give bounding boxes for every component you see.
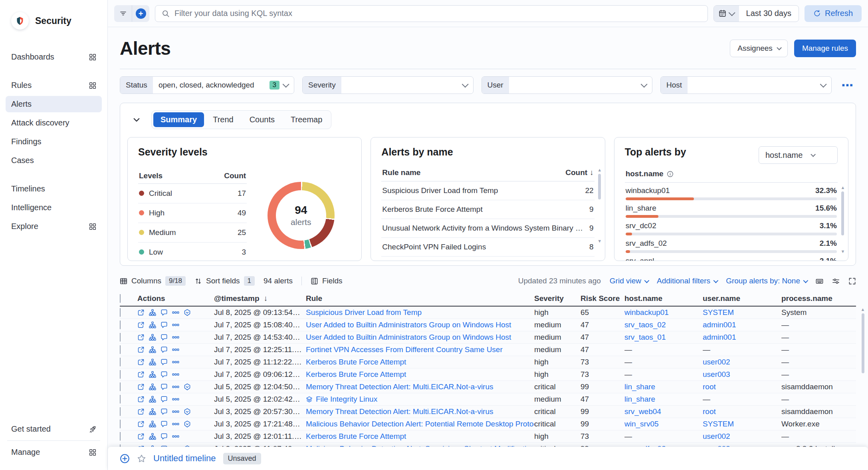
tab-treemap[interactable]: Treemap (283, 112, 329, 127)
alerts-by-name-row[interactable]: Unusual Network Activity from a Windows … (381, 219, 594, 238)
sort-fields-button[interactable]: Sort fields 1 (194, 276, 255, 286)
row-actions[interactable] (137, 420, 214, 428)
timeline-title-link[interactable]: Untitled timeline (153, 453, 216, 464)
filter-severity[interactable]: Severity (302, 76, 474, 94)
row-checkbox[interactable] (120, 407, 121, 416)
sidebar-item-timelines[interactable]: Timelines (6, 181, 102, 197)
kql-search-input[interactable]: Filter your data using KQL syntax (155, 5, 708, 22)
tab-summary[interactable]: Summary (153, 112, 204, 127)
row-actions[interactable] (137, 358, 214, 366)
rule-link[interactable]: Fortinet VPN Accesses From Different Cou… (306, 345, 503, 354)
user-link[interactable]: user002 (703, 358, 730, 366)
columns-button[interactable]: Columns 9/18 (120, 276, 186, 286)
rule-link[interactable]: Kerberos Brute Force Attempt (306, 432, 406, 441)
rule-link[interactable]: Kerberos Brute Force Attempt (306, 358, 406, 366)
rule-name-column-header[interactable]: Rule name (382, 168, 420, 177)
filter-menu-button[interactable] (114, 5, 132, 22)
host-link[interactable]: lin_share (624, 382, 655, 391)
top-alerts-row[interactable]: srv_dc023.1% (625, 218, 838, 235)
filter-status[interactable]: Statusopen, closed, acknowledged3 (120, 76, 294, 94)
row-actions[interactable] (137, 334, 214, 341)
row-actions[interactable] (137, 408, 214, 415)
row-checkbox[interactable] (120, 432, 121, 441)
rule-link[interactable]: User Added to Builtin Administrators Gro… (306, 321, 511, 329)
collapse-summary-button[interactable] (131, 114, 143, 126)
row-actions[interactable] (137, 371, 214, 378)
panel-scrollbar[interactable]: ▲ (840, 185, 846, 253)
sidebar-item-rules[interactable]: Rules (6, 77, 102, 94)
refresh-button[interactable]: Refresh (805, 5, 862, 22)
column-header-timestamp[interactable]: @timestamp ↓ (214, 294, 306, 303)
fields-button[interactable]: Fields (311, 277, 343, 285)
user-link[interactable]: admin001 (703, 321, 736, 329)
fullscreen-icon[interactable] (848, 277, 856, 285)
user-link[interactable]: SYSTEM (703, 420, 734, 428)
grid-scrollbar[interactable]: ▲ (860, 307, 866, 448)
assignees-button[interactable]: Assignees (730, 40, 788, 57)
user-link[interactable]: admin001 (703, 333, 736, 341)
rule-link[interactable]: User Added to Builtin Administrators Gro… (306, 333, 511, 342)
date-range-value[interactable]: Last 30 days (739, 6, 799, 22)
row-checkbox[interactable] (120, 370, 121, 379)
row-actions[interactable] (137, 383, 214, 390)
add-timeline-icon[interactable] (120, 454, 130, 464)
sidebar-item-manage[interactable]: Manage (6, 444, 102, 460)
rule-link[interactable]: Memory Threat Detection Alert: Multi.EIC… (306, 382, 493, 391)
panel-scroll-down[interactable]: ▼ (597, 239, 602, 245)
grid-view-button[interactable]: Grid view (610, 277, 648, 285)
tab-counts[interactable]: Counts (242, 112, 282, 127)
column-header-risk-score[interactable]: Risk Score (581, 294, 624, 303)
row-actions[interactable] (137, 433, 214, 440)
column-header-hostname[interactable]: host.name (624, 294, 703, 303)
column-header-rule[interactable]: Rule (306, 294, 534, 303)
rule-link[interactable]: Memory Threat Detection Alert: Multi.EIC… (306, 407, 493, 416)
date-picker-calendar-button[interactable] (714, 6, 739, 22)
add-filter-button[interactable]: + (132, 5, 149, 22)
rule-link[interactable]: File Integrity Linux (316, 395, 377, 404)
sidebar-item-dashboards[interactable]: Dashboards (6, 49, 102, 65)
sidebar-item-intelligence[interactable]: Intelligence (6, 199, 102, 216)
display-options-icon[interactable] (832, 277, 840, 285)
column-header-severity[interactable]: Severity (534, 294, 581, 303)
row-actions[interactable] (137, 346, 214, 353)
sidebar-item-findings[interactable]: Findings (6, 133, 102, 150)
host-link[interactable]: win_srv05 (624, 420, 659, 428)
keyboard-shortcuts-icon[interactable] (816, 277, 823, 285)
info-icon[interactable] (667, 171, 674, 177)
row-actions[interactable] (137, 396, 214, 403)
user-link[interactable]: user003 (703, 370, 730, 378)
row-actions[interactable] (137, 321, 214, 329)
user-link[interactable]: root (703, 382, 716, 391)
sidebar-item-attack-discovery[interactable]: Attack discovery (6, 115, 102, 131)
count-column-header[interactable]: Count↓ (565, 168, 593, 177)
top-alerts-row[interactable]: srv_adfs_022.1% (625, 235, 838, 253)
sidebar-item-cases[interactable]: Cases (6, 152, 102, 169)
more-filters-button[interactable]: ▪▪▪ (840, 80, 856, 90)
tab-trend[interactable]: Trend (206, 112, 241, 127)
row-checkbox[interactable] (120, 420, 121, 428)
sidebar-item-explore[interactable]: Explore (6, 218, 102, 235)
favorite-star-icon[interactable] (137, 454, 146, 463)
panel-scrollbar[interactable]: ▲ (597, 168, 602, 240)
column-header-username[interactable]: user.name (703, 294, 781, 303)
row-checkbox[interactable] (120, 395, 121, 404)
row-checkbox[interactable] (120, 382, 121, 391)
row-checkbox[interactable] (120, 345, 121, 354)
column-header-processname[interactable]: process.name (781, 294, 856, 303)
filter-host[interactable]: Host (660, 76, 832, 94)
top-alerts-row[interactable]: lin_share15.6% (625, 200, 838, 218)
rule-link[interactable]: Suspicious Driver Load from Temp (306, 308, 422, 317)
sidebar-item-get-started[interactable]: Get started (6, 421, 102, 437)
alerts-by-name-row[interactable]: CheckPoint VPN Failed Logins8 (381, 238, 594, 257)
top-alerts-row[interactable]: winbackup0132.3% (625, 183, 838, 200)
rule-link[interactable]: Kerberos Brute Force Attempt (306, 370, 406, 379)
select-all-checkbox[interactable] (120, 294, 121, 303)
host-link[interactable]: winbackup01 (624, 308, 669, 317)
host-link[interactable]: srv_taos_02 (624, 321, 666, 329)
user-link[interactable]: user002 (703, 432, 730, 440)
row-checkbox[interactable] (120, 321, 121, 329)
additional-filters-button[interactable]: Additional filters (657, 277, 717, 285)
user-link[interactable]: SYSTEM (703, 308, 734, 317)
alerts-by-name-row[interactable]: Kerberos Brute Force Attempt9 (381, 200, 594, 219)
panel-scroll-down[interactable]: ▼ (840, 249, 846, 255)
